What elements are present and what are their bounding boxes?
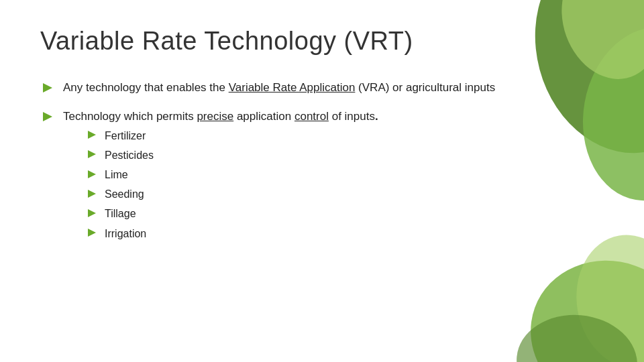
sub-label-fertilizer: Fertilizer [105, 128, 146, 143]
slide-content: Variable Rate Technology (VRT) Any techn… [0, 0, 644, 278]
svg-marker-7 [43, 112, 52, 121]
sub-label-pesticides: Pesticides [105, 147, 154, 163]
precise-text: precise [197, 110, 233, 123]
svg-marker-11 [88, 190, 96, 198]
sub-arrow-lime [86, 168, 99, 182]
sub-bullet-seeding: Seeding [86, 186, 604, 202]
svg-marker-9 [88, 150, 96, 158]
bullet-arrow-1 [40, 80, 56, 97]
slide-title: Variable Rate Technology (VRT) [40, 27, 604, 56]
svg-marker-12 [88, 209, 96, 217]
vra-link: Variable Rate Application [229, 81, 356, 94]
control-text: control [294, 110, 329, 123]
sub-arrow-irrigation [86, 227, 99, 240]
sub-label-irrigation: Irrigation [105, 226, 146, 241]
sub-arrow-fertilizer [86, 129, 99, 142]
slide: Variable Rate Technology (VRT) Any techn… [0, 0, 644, 362]
sub-label-tillage: Tillage [105, 206, 136, 221]
sub-label-seeding: Seeding [105, 186, 144, 202]
sub-arrow-tillage [86, 207, 99, 221]
sub-bullet-fertilizer: Fertilizer [86, 128, 604, 143]
sub-label-lime: Lime [105, 167, 128, 182]
sub-bullet-irrigation: Irrigation [86, 226, 604, 241]
svg-marker-10 [88, 170, 96, 178]
main-bullet-list: Any technology that enables the Variable… [40, 80, 604, 245]
main-bullet-2: Technology which permits precise applica… [40, 109, 604, 245]
bullet-arrow-2 [40, 109, 56, 125]
sub-arrow-seeding [86, 188, 99, 201]
main-bullet-1: Any technology that enables the Variable… [40, 80, 604, 97]
bullet-1-text: Any technology that enables the Variable… [63, 80, 604, 97]
svg-marker-6 [43, 83, 52, 93]
sub-bullet-pesticides: Pesticides [86, 147, 604, 163]
svg-marker-13 [88, 229, 96, 237]
bullet-2-text: Technology which permits precise applica… [63, 109, 604, 245]
sub-bullet-list: Fertilizer Pesticides [86, 128, 604, 241]
svg-marker-8 [88, 131, 96, 139]
sub-arrow-pesticides [86, 148, 99, 162]
sub-bullet-lime: Lime [86, 167, 604, 182]
sub-bullet-tillage: Tillage [86, 206, 604, 221]
